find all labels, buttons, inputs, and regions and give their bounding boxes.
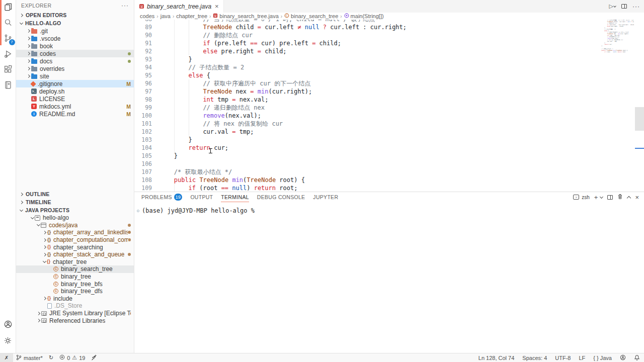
language-mode[interactable]: { } Java	[589, 355, 616, 361]
feedback-button[interactable]	[616, 354, 630, 361]
file--git[interactable]: .git	[16, 27, 134, 35]
panel-tab-output[interactable]: OUTPUT	[190, 192, 213, 202]
breadcrumb-item[interactable]: Cbinary_search_tree	[284, 13, 338, 19]
breadcrumb-item[interactable]: codes	[140, 13, 154, 19]
jp-binary-tree-bfs[interactable]: Cbinary_tree_bfs	[16, 280, 134, 288]
remote-indicator[interactable]: ✗	[0, 353, 13, 362]
jp-include[interactable]: {}include	[16, 295, 134, 303]
jp-binary-tree-dfs[interactable]: Cbinary_tree_dfs	[16, 288, 134, 295]
breadcrumb-item[interactable]: binary_search_tree.java	[213, 13, 278, 19]
cursor-position[interactable]: Ln 128, Col 74	[474, 355, 519, 361]
branch-status[interactable]: master*	[13, 353, 46, 362]
sync-button[interactable]: ↻	[46, 353, 56, 362]
account-button[interactable]	[0, 317, 16, 333]
file-deploy-sh[interactable]: >_deploy.sh	[16, 87, 134, 95]
problems-status[interactable]: 0 ⚠ 19	[56, 353, 88, 362]
workspace-root-section[interactable]: HELLO-ALGO	[16, 19, 134, 27]
launch-status[interactable]	[88, 353, 100, 362]
eol-setting[interactable]: LF	[575, 355, 589, 361]
jp-codes-java[interactable]: codes/java	[16, 222, 134, 229]
outline-section[interactable]: OUTLINE	[16, 190, 134, 198]
split-editor-icon[interactable]	[621, 4, 627, 9]
panel-tab-problems[interactable]: PROBLEMS19	[141, 192, 182, 202]
code-line: 105}	[134, 152, 644, 160]
close-icon[interactable]: ×	[215, 3, 219, 10]
close-panel-icon[interactable]: ×	[635, 194, 639, 201]
encoding-setting[interactable]: UTF-8	[551, 355, 575, 361]
jp-binary-search-tree[interactable]: Cbinary_search_tree	[16, 265, 134, 273]
indentation-setting[interactable]: Spaces: 4	[518, 355, 551, 361]
sync-icon: ↻	[49, 354, 53, 361]
token: if	[189, 185, 196, 192]
timeline-section[interactable]: TIMELINE	[16, 198, 134, 206]
split-terminal-icon[interactable]	[607, 195, 613, 200]
file--gitignore[interactable]: .gitignoreM	[16, 80, 134, 87]
file-license[interactable]: LLICENSE	[16, 95, 134, 103]
badge: 7	[9, 39, 15, 45]
file-docs[interactable]: docs	[16, 57, 134, 65]
file-readme-md[interactable]: iREADME.mdM	[16, 110, 134, 118]
token: // 递归删除结点 nex	[203, 104, 265, 111]
bottom-panel: PROBLEMS19OUTPUTTERMINALDEBUG CONSOLEJUP…	[134, 192, 644, 353]
terminal-profile-chevron-icon[interactable]	[600, 195, 603, 198]
jp-chapter-stack-and-queue[interactable]: {}chapter_stack_and_queue	[16, 251, 134, 258]
breadcrumb-label: main(String[])	[351, 13, 384, 19]
new-terminal-button[interactable]: +	[594, 194, 598, 201]
line-content: // 获取中序遍历中 cur 的下一个结点	[156, 79, 310, 87]
run-debug-button[interactable]	[0, 47, 16, 62]
breadcrumb-item[interactable]: java	[160, 13, 171, 19]
branch-label: master*	[24, 355, 43, 361]
breadcrumb-separator: ›	[156, 14, 158, 19]
maximize-panel-icon[interactable]	[627, 196, 631, 200]
indent-guide	[189, 31, 189, 39]
panel-tab-jupyter[interactable]: JUPYTER	[313, 192, 338, 202]
indent-guide	[174, 20, 175, 23]
feedback-icon	[620, 354, 626, 361]
open-editors-section[interactable]: OPEN EDITORS	[16, 11, 134, 19]
code-line: 92else pre.right = child;	[134, 47, 644, 55]
more-actions-icon[interactable]: ···	[632, 3, 640, 10]
code-editor[interactable]: 88// 当子结点数量 = 0 / 1 时, child = null / 该子…	[134, 20, 644, 192]
token: ==	[250, 40, 257, 47]
file-book[interactable]: book	[16, 42, 134, 50]
line-number: 96	[134, 79, 156, 87]
editor-scrollbar[interactable]	[635, 20, 644, 192]
tab-binary-search-tree[interactable]: binary_search_tree.java ×	[134, 0, 224, 13]
extensions-button[interactable]	[0, 62, 16, 78]
run-button[interactable]: ▷	[609, 3, 616, 10]
line-content: else pre.right = child;	[156, 47, 287, 55]
breadcrumb-item[interactable]: main(String[])	[344, 13, 384, 19]
breadcrumb-item[interactable]: chapter_tree	[176, 13, 207, 19]
search-button[interactable]	[0, 16, 16, 31]
jp-chapter-searching[interactable]: {}chapter_searching	[16, 243, 134, 251]
jp-chapter-computational-complexity[interactable]: {}chapter_computational_complexity	[16, 236, 134, 244]
jp-jre-system-library-eclipse-temurin-17-17-[interactable]: JRE System Library [Eclipse Temurin 17 […	[16, 310, 134, 317]
terminal[interactable]: (base) jyd@JYD-MBP hello-algo %	[134, 202, 644, 214]
source-control-button[interactable]: 7	[0, 31, 16, 47]
file-mkdocs-yml[interactable]: Ymkdocs.ymlM	[16, 103, 134, 110]
sidebar-more-button[interactable]: ···	[121, 2, 129, 9]
line-number: 102	[134, 128, 156, 136]
settings-button[interactable]	[0, 333, 16, 350]
java-projects-section[interactable]: JAVA PROJECTS	[16, 206, 134, 214]
token: child;	[261, 48, 287, 55]
file-codes[interactable]: codes	[16, 50, 134, 57]
jp-chapter-array-and-linkedlist[interactable]: {}chapter_array_and_linkedlist	[16, 229, 134, 236]
jp-binary-tree[interactable]: Cbinary_tree	[16, 273, 134, 281]
file--vscode[interactable]: .vscode	[16, 35, 134, 42]
panel-tab-debug-console[interactable]: DEBUG CONSOLE	[257, 192, 305, 202]
trash-icon[interactable]	[617, 193, 623, 202]
panel-tab-terminal[interactable]: TERMINAL	[221, 192, 249, 202]
jp--ds-store[interactable]: .DS_Store	[16, 302, 134, 310]
scrollbar-thumb[interactable]	[635, 107, 644, 131]
file-site[interactable]: site	[16, 72, 134, 80]
line-number: 93	[134, 55, 156, 63]
file-overrides[interactable]: overrides	[16, 65, 134, 72]
indent-guide	[189, 128, 189, 136]
notebook-button[interactable]	[0, 78, 16, 94]
notifications-button[interactable]	[630, 354, 644, 361]
explorer-button[interactable]	[0, 0, 16, 16]
jp-hello-algo[interactable]: hello-algo	[16, 214, 134, 222]
jp-chapter-tree[interactable]: {}chapter_tree	[16, 258, 134, 266]
jp-referenced-libraries[interactable]: Referenced Libraries	[16, 317, 134, 324]
